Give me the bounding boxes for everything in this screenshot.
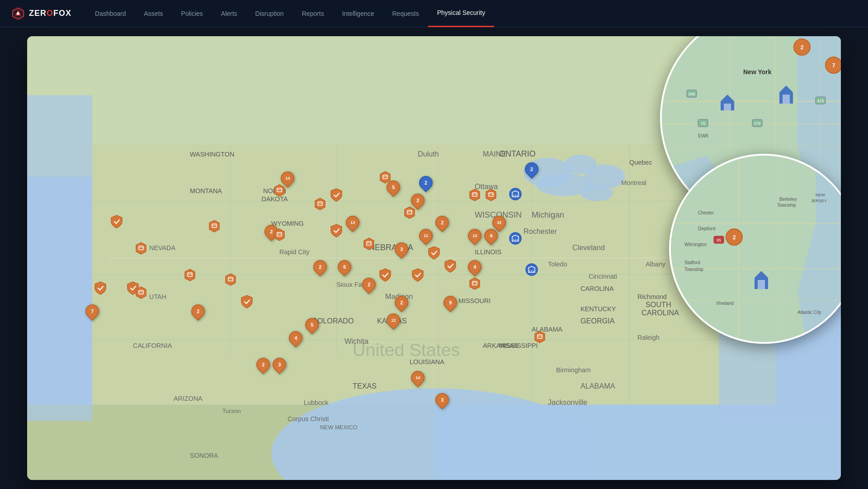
svg-rect-186 <box>758 280 765 289</box>
icon-pin-shield[interactable] <box>241 294 253 311</box>
orange-cluster-marker[interactable]: 3 <box>273 358 286 371</box>
logo-text: ZEROFOX <box>29 9 71 18</box>
nav-policies[interactable]: Policies <box>172 0 212 27</box>
icon-pin-square[interactable] <box>469 277 481 292</box>
icon-pin-square[interactable] <box>184 268 196 284</box>
map-container[interactable]: ONTARIO WASHINGTON MONTANA NORTH DAKOTA … <box>27 36 841 480</box>
svg-point-136 <box>526 264 538 275</box>
svg-text:EWR: EWR <box>698 133 708 138</box>
svg-point-132 <box>509 233 521 244</box>
logo-area: ZEROFOX <box>11 6 71 21</box>
nav-reports[interactable]: Reports <box>293 0 333 27</box>
orange-cluster-marker[interactable]: 4 <box>484 229 498 242</box>
icon-pin-building[interactable] <box>509 232 522 248</box>
orange-cluster-marker[interactable]: 3 <box>395 242 408 256</box>
icon-pin-shield[interactable] <box>428 246 440 262</box>
orange-cluster-marker[interactable]: 6 <box>338 260 351 274</box>
blue-cluster-marker[interactable]: 2 <box>525 162 538 176</box>
orange-cluster-marker[interactable]: 3 <box>435 393 449 407</box>
navbar: ZEROFOX Dashboard Assets Policies Alerts… <box>0 0 868 27</box>
orange-cluster-marker[interactable]: 2 <box>256 358 270 371</box>
svg-text:278: 278 <box>754 121 760 126</box>
icon-pin-building[interactable] <box>525 263 538 280</box>
svg-text:Township: Township <box>684 267 703 272</box>
nav-dashboard[interactable]: Dashboard <box>86 0 135 27</box>
nav-disruption[interactable]: Disruption <box>246 0 293 27</box>
svg-text:415: 415 <box>817 99 824 103</box>
icon-pin-square[interactable] <box>225 273 236 288</box>
app-container: ZEROFOX Dashboard Assets Policies Alerts… <box>0 0 868 489</box>
nav-assets[interactable]: Assets <box>135 0 172 27</box>
icon-pin-square[interactable] <box>534 330 546 346</box>
svg-text:NEW: NEW <box>816 193 826 197</box>
svg-text:2: 2 <box>733 234 736 241</box>
svg-rect-163 <box>724 104 731 110</box>
orange-cluster-marker[interactable]: 4 <box>468 260 481 274</box>
svg-text:7: 7 <box>832 62 835 69</box>
logo-icon <box>11 6 25 21</box>
icon-pin-square[interactable] <box>274 184 285 199</box>
icon-pin-shield[interactable] <box>330 188 343 204</box>
icon-pin-square[interactable] <box>469 188 481 204</box>
svg-rect-164 <box>783 95 790 104</box>
svg-text:289: 289 <box>688 92 695 96</box>
orange-cluster-marker[interactable]: 2 <box>435 216 449 229</box>
icon-pin-square[interactable] <box>404 206 415 221</box>
icon-pin-square[interactable] <box>274 228 285 243</box>
icon-pin-shield[interactable] <box>110 214 123 231</box>
orange-cluster-marker[interactable]: 14 <box>281 171 294 185</box>
icon-pin-shield[interactable] <box>330 223 343 240</box>
orange-cluster-marker[interactable]: 2 <box>191 304 205 318</box>
nav-intelligence[interactable]: Intelligence <box>333 0 383 27</box>
svg-text:Wilmington: Wilmington <box>684 242 707 247</box>
svg-text:Vineland: Vineland <box>716 301 734 306</box>
svg-text:Township: Township <box>777 203 796 208</box>
icon-pin-shield[interactable] <box>444 259 457 275</box>
orange-cluster-marker[interactable]: 7 <box>85 304 99 318</box>
svg-text:JERSEY: JERSEY <box>811 199 827 203</box>
nav-physical-security[interactable]: Physical Security <box>428 0 495 27</box>
icon-pin-square[interactable] <box>363 237 375 252</box>
icon-pin-shield[interactable] <box>411 268 424 284</box>
nav-items: Dashboard Assets Policies Alerts Disrupt… <box>86 0 857 27</box>
svg-point-1 <box>17 12 19 15</box>
main-content: ONTARIO WASHINGTON MONTANA NORTH DAKOTA … <box>0 27 868 489</box>
orange-cluster-marker[interactable]: 2 <box>362 278 376 291</box>
svg-text:2: 2 <box>801 44 804 51</box>
orange-cluster-marker[interactable]: 32 <box>492 216 506 229</box>
orange-cluster-marker[interactable]: 2 <box>313 260 327 274</box>
orange-cluster-marker[interactable]: 9 <box>443 296 457 309</box>
icon-pin-square[interactable] <box>314 197 326 213</box>
zoom-map-svg-2: Chester Deptford Wilmington Stafford Tow… <box>671 156 841 342</box>
orange-cluster-marker[interactable]: 2 <box>395 296 408 309</box>
zoom-circle-mid-atlantic: Chester Deptford Wilmington Stafford Tow… <box>669 154 841 344</box>
svg-text:Deptford: Deptford <box>698 226 715 231</box>
svg-text:Chester: Chester <box>698 210 714 215</box>
icon-pin-shield[interactable] <box>94 281 107 297</box>
map-wrapper: ONTARIO WASHINGTON MONTANA NORTH DAKOTA … <box>27 36 841 480</box>
svg-text:New York: New York <box>743 68 772 76</box>
blue-cluster-marker[interactable]: 2 <box>419 176 433 190</box>
icon-pin-square[interactable] <box>485 188 497 204</box>
svg-text:78: 78 <box>701 121 705 126</box>
svg-text:Stafford: Stafford <box>684 260 700 265</box>
orange-cluster-marker[interactable]: 14 <box>411 371 425 385</box>
icon-pin-square[interactable] <box>135 286 147 301</box>
icon-pin-building[interactable] <box>509 188 522 204</box>
icon-pin-square[interactable] <box>208 219 220 235</box>
svg-point-128 <box>509 188 521 200</box>
icon-pin-square[interactable] <box>379 171 391 186</box>
icon-pin-square[interactable] <box>135 242 147 257</box>
orange-cluster-marker[interactable]: 13 <box>468 229 481 242</box>
orange-cluster-marker[interactable]: 12 <box>387 313 400 327</box>
icon-pin-shield[interactable] <box>379 268 392 284</box>
svg-text:Atlantic City: Atlantic City <box>797 310 821 315</box>
orange-cluster-marker[interactable]: 11 <box>419 229 433 242</box>
nav-alerts[interactable]: Alerts <box>212 0 246 27</box>
orange-cluster-marker[interactable]: 4 <box>289 331 302 345</box>
orange-cluster-marker[interactable]: 13 <box>346 216 359 229</box>
nav-requests[interactable]: Requests <box>383 0 428 27</box>
orange-cluster-marker[interactable]: 5 <box>305 318 319 332</box>
orange-cluster-marker[interactable]: 2 <box>411 194 425 207</box>
svg-text:Berkeley: Berkeley <box>779 197 797 202</box>
